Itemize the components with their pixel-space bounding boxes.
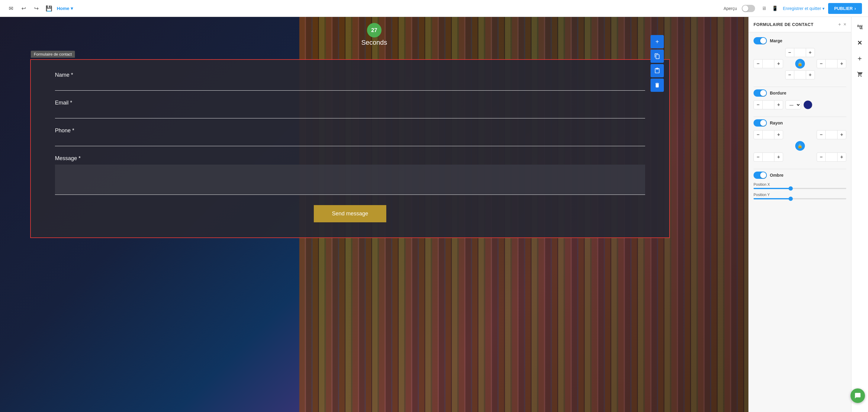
apercu-toggle-knob bbox=[742, 5, 748, 11]
panel-expand-icon[interactable]: + bbox=[838, 22, 841, 27]
position-x-fill bbox=[753, 188, 791, 189]
position-y-thumb bbox=[788, 197, 793, 201]
apercu-toggle[interactable] bbox=[742, 5, 755, 12]
bordure-toggle-row: Bordure bbox=[753, 89, 846, 97]
rayon-bl-plus[interactable]: + bbox=[774, 153, 783, 161]
marge-right-stepper: − + bbox=[817, 59, 846, 68]
message-field: Message * bbox=[55, 155, 645, 196]
home-chevron: ▾ bbox=[71, 6, 73, 11]
bordure-plus[interactable]: + bbox=[774, 101, 783, 109]
marge-left-plus[interactable]: + bbox=[774, 60, 783, 68]
canvas-add-btn[interactable]: + bbox=[651, 35, 664, 48]
marge-left-minus[interactable]: − bbox=[754, 60, 762, 68]
canvas-paste-btn[interactable] bbox=[651, 64, 664, 77]
marge-top-input[interactable] bbox=[794, 48, 806, 57]
bordure-section: Bordure − + — - - ··· bbox=[753, 89, 846, 109]
save-icon[interactable]: 💾 bbox=[44, 4, 54, 13]
marge-bottom-input[interactable] bbox=[794, 71, 806, 79]
monitor-icon[interactable]: 🖥 bbox=[760, 4, 768, 13]
panel-close-icon[interactable]: × bbox=[843, 22, 846, 27]
marge-top-plus[interactable]: + bbox=[806, 48, 814, 57]
mobile-icon[interactable]: 📱 bbox=[771, 4, 779, 13]
far-right-panel: ✕ + bbox=[851, 17, 868, 412]
rayon-tr-stepper: − + bbox=[817, 130, 846, 139]
position-x-row: Position X bbox=[753, 183, 846, 189]
enregistrer-button[interactable]: Enregistrer et quitter ▾ bbox=[783, 6, 825, 11]
toolbar-right: Enregistrer et quitter ▾ PUBLIER › bbox=[783, 3, 862, 14]
marge-bottom-minus[interactable]: − bbox=[785, 71, 794, 79]
name-input[interactable] bbox=[55, 81, 645, 91]
rayon-tl-input[interactable] bbox=[762, 130, 774, 139]
add-section-icon[interactable]: + bbox=[855, 53, 865, 64]
marge-right-minus[interactable]: − bbox=[817, 60, 826, 68]
position-y-track[interactable] bbox=[753, 198, 846, 199]
marge-lock-btn[interactable]: 🔒 bbox=[795, 59, 805, 69]
undo-icon[interactable]: ↩ bbox=[19, 4, 28, 13]
rayon-br-plus[interactable]: + bbox=[837, 153, 846, 161]
position-x-track[interactable] bbox=[753, 188, 846, 189]
rayon-bl-input[interactable] bbox=[762, 153, 774, 161]
bordure-toggle-knob bbox=[760, 90, 766, 96]
rayon-tr-plus[interactable]: + bbox=[837, 130, 846, 139]
rayon-toggle-row: Rayon bbox=[753, 119, 846, 127]
bordure-style-select[interactable]: — - - ··· bbox=[785, 100, 801, 109]
rayon-tr-input[interactable] bbox=[826, 130, 837, 139]
canvas-delete-btn[interactable] bbox=[651, 78, 664, 92]
ombre-toggle[interactable] bbox=[753, 171, 767, 179]
rayon-toggle[interactable] bbox=[753, 119, 767, 127]
marge-right-plus[interactable]: + bbox=[837, 60, 846, 68]
rayon-tl-plus[interactable]: + bbox=[774, 130, 783, 139]
home-label: Home bbox=[57, 6, 69, 11]
tree-structure-icon[interactable] bbox=[855, 22, 865, 33]
bordure-input[interactable] bbox=[762, 101, 774, 109]
rayon-label: Rayon bbox=[770, 121, 783, 125]
message-textarea[interactable] bbox=[55, 165, 645, 195]
position-y-row: Position Y bbox=[753, 193, 846, 199]
bordure-width-stepper: − + bbox=[753, 100, 783, 109]
divider-3 bbox=[753, 169, 846, 169]
home-menu[interactable]: Home ▾ bbox=[57, 6, 73, 11]
email-input[interactable] bbox=[55, 109, 645, 118]
canvas-copy-btn[interactable] bbox=[651, 50, 664, 63]
rayon-br-input[interactable] bbox=[826, 153, 837, 161]
marge-left-input[interactable] bbox=[762, 60, 774, 68]
submit-button[interactable]: Send message bbox=[314, 205, 386, 222]
email-icon[interactable]: ✉ bbox=[6, 4, 16, 13]
ombre-section: Ombre Position X Position Y bbox=[753, 171, 846, 199]
email-field: Email * bbox=[55, 100, 645, 118]
cart-icon[interactable] bbox=[855, 69, 865, 80]
rayon-bl-stepper: − + bbox=[753, 153, 783, 162]
bordure-toggle[interactable] bbox=[753, 89, 767, 97]
panel-header: FORMULAIRE DE CONTACT + × bbox=[749, 17, 851, 32]
rayon-tl-stepper: − + bbox=[753, 130, 783, 139]
phone-field: Phone * bbox=[55, 127, 645, 146]
rayon-br-minus[interactable]: − bbox=[817, 153, 826, 161]
rayon-bl-minus[interactable]: − bbox=[754, 153, 762, 161]
rayon-section: Rayon − + − + 🔒 bbox=[753, 119, 846, 162]
redo-icon[interactable]: ↪ bbox=[31, 4, 41, 13]
marge-top-minus[interactable]: − bbox=[785, 48, 794, 57]
main-area: 27 Seconds + Formulaire de contact Name … bbox=[0, 17, 868, 412]
device-icons: 🖥 📱 bbox=[760, 4, 779, 13]
rayon-tr-minus[interactable]: − bbox=[817, 130, 826, 139]
marge-right-input[interactable] bbox=[826, 60, 837, 68]
marge-section: Marge − + − + 🔒 bbox=[753, 37, 846, 80]
bordure-minus[interactable]: − bbox=[754, 101, 762, 109]
seconds-circle: 27 bbox=[367, 23, 381, 37]
close-panel-icon[interactable]: ✕ bbox=[855, 37, 865, 48]
email-label: Email * bbox=[55, 100, 645, 106]
marge-top-stepper: − + bbox=[785, 48, 815, 57]
phone-input[interactable] bbox=[55, 137, 645, 146]
bordure-color-swatch[interactable] bbox=[803, 100, 812, 109]
marge-label: Marge bbox=[770, 38, 782, 43]
ombre-label: Ombre bbox=[770, 173, 783, 178]
position-y-fill bbox=[753, 198, 791, 199]
publier-button[interactable]: PUBLIER › bbox=[828, 3, 862, 14]
rayon-lock-btn[interactable]: 🔒 bbox=[795, 141, 805, 151]
rayon-tl-minus[interactable]: − bbox=[754, 130, 762, 139]
panel-header-icons: + × bbox=[838, 22, 846, 27]
marge-toggle[interactable] bbox=[753, 37, 767, 44]
bordure-controls: − + — - - ··· bbox=[753, 100, 846, 109]
marge-bottom-plus[interactable]: + bbox=[806, 71, 814, 79]
chat-bubble-button[interactable] bbox=[850, 388, 865, 403]
